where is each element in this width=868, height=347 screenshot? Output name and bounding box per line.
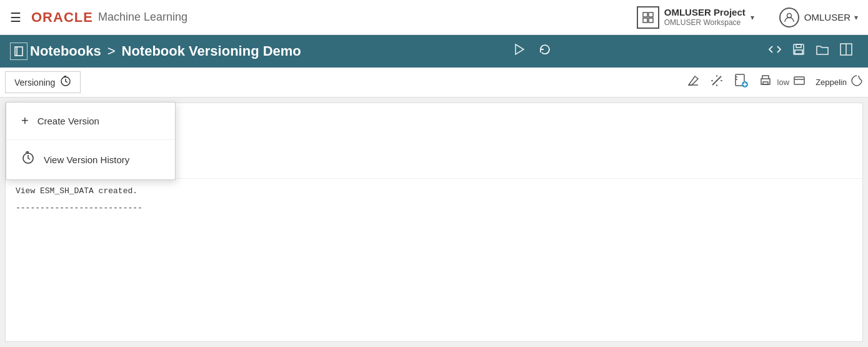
- output-line-2: --------------------------: [16, 203, 852, 213]
- zeppelin-label: Zeppelin: [816, 78, 847, 87]
- view-history-item[interactable]: View Version History: [6, 140, 175, 179]
- notebook-toolbar: Notebooks > Notebook Versioning Demo: [0, 35, 868, 68]
- user-dropdown-arrow: ▾: [854, 13, 858, 22]
- output-area: View ESM_SH_DATA created. --------------…: [6, 179, 862, 220]
- svg-rect-28: [763, 82, 768, 84]
- ml-text: Machine Learning: [98, 11, 187, 24]
- plus-icon: +: [21, 114, 29, 128]
- breadcrumb-separator: >: [107, 43, 116, 59]
- svg-marker-7: [516, 44, 524, 54]
- print-button[interactable]: [759, 74, 772, 91]
- create-version-item[interactable]: + Create Version: [6, 103, 175, 140]
- svg-rect-5: [15, 47, 22, 56]
- resource-icon-button[interactable]: [793, 74, 806, 90]
- layout-button[interactable]: [839, 43, 853, 60]
- versioning-dropdown: + Create Version View Version History: [6, 102, 176, 180]
- notebook-title: Notebook Versioning Demo: [122, 43, 301, 59]
- folder-button[interactable]: [816, 43, 829, 60]
- svg-rect-29: [794, 77, 804, 84]
- user-icon: [779, 8, 799, 28]
- project-icon: [637, 6, 659, 29]
- svg-rect-10: [795, 50, 802, 54]
- history-icon: [21, 151, 35, 168]
- save-button[interactable]: [792, 43, 806, 60]
- resource-label: low: [777, 78, 790, 87]
- output-line-1: View ESM_SH_DATA created.: [16, 186, 852, 196]
- view-history-label: View Version History: [44, 154, 129, 165]
- secondary-toolbar: Versioning + Create Version: [0, 68, 868, 98]
- svg-rect-2: [643, 18, 647, 23]
- project-details: OMLUSER Project OMLUSER Workspace: [664, 6, 746, 28]
- svg-rect-3: [649, 18, 653, 23]
- oracle-logo: ORACLE Machine Learning: [31, 9, 187, 26]
- eraser-button[interactable]: [686, 74, 700, 91]
- versioning-clock-icon: [60, 76, 71, 89]
- oracle-text: ORACLE: [31, 9, 93, 26]
- project-dropdown-arrow: ▾: [751, 13, 754, 22]
- breadcrumb: Notebooks > Notebook Versioning Demo: [30, 43, 301, 59]
- workspace-name: OMLUSER Workspace: [664, 18, 746, 28]
- svg-rect-9: [796, 44, 801, 48]
- hamburger-icon[interactable]: ☰: [10, 10, 21, 25]
- user-name: OMLUSER: [804, 12, 851, 23]
- code-view-button[interactable]: [768, 43, 782, 60]
- run-button[interactable]: [512, 43, 526, 60]
- refresh-button[interactable]: [538, 43, 552, 60]
- magic-button[interactable]: [710, 74, 724, 91]
- zeppelin-icon-button[interactable]: [851, 74, 863, 90]
- notebook-icon: [10, 43, 27, 60]
- svg-line-16: [712, 76, 721, 85]
- notebooks-link[interactable]: Notebooks: [30, 43, 101, 59]
- user-info[interactable]: OMLUSER ▾: [779, 8, 858, 28]
- top-nav: ☰ ORACLE Machine Learning OMLUSER Projec…: [0, 0, 868, 35]
- project-info[interactable]: OMLUSER Project OMLUSER Workspace ▾: [637, 6, 754, 29]
- project-name: OMLUSER Project: [664, 6, 746, 19]
- versioning-button[interactable]: Versioning + Create Version: [5, 71, 81, 93]
- notebook-with-plus-button[interactable]: [734, 73, 749, 91]
- versioning-label: Versioning: [14, 78, 55, 88]
- create-version-label: Create Version: [37, 116, 99, 126]
- svg-rect-1: [649, 13, 653, 17]
- svg-rect-0: [643, 13, 647, 17]
